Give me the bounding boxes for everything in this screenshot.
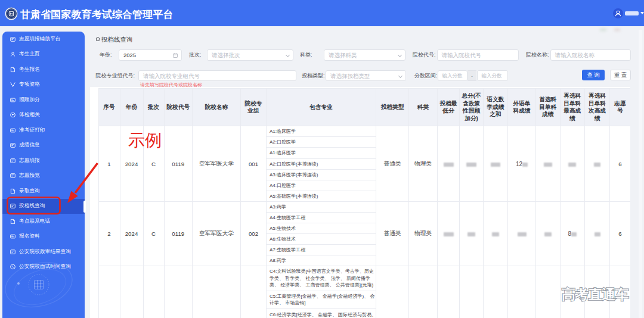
- svg-text:高考直通车: 高考直通车: [562, 287, 629, 302]
